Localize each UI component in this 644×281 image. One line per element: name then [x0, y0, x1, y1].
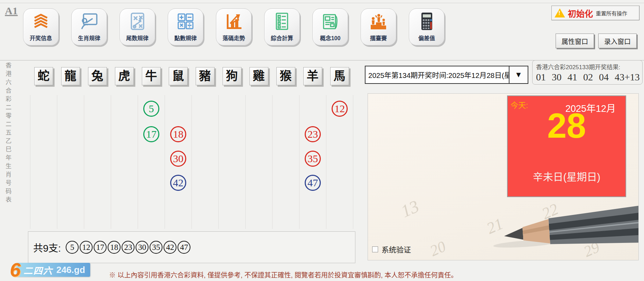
number-ball: 30 [170, 151, 186, 167]
podium-icon [368, 11, 389, 32]
dropdown-arrow-icon[interactable]: ▼ [509, 66, 528, 83]
watermark-domain: 246.gd [56, 265, 85, 275]
draw-select-dropdown[interactable]: 2025年第134期开奖时间:2025年12月28日(星期日) ▼ [365, 66, 528, 84]
summary-number: 23 [122, 241, 135, 254]
number-ball: 5 [143, 101, 159, 117]
summary-numbers: 5 12 17 18 23 30 35 42 47 [66, 241, 190, 254]
calculator-icon [416, 11, 437, 32]
toolbar-button-label: 尾数规律 [126, 34, 149, 42]
watermark-script: 二四六 [23, 264, 53, 276]
number-ball: 47 [305, 175, 321, 191]
toolbar-button-arena[interactable]: 擂臺賽 [361, 8, 396, 45]
zodiac-button-rat[interactable]: 鼠 [169, 67, 188, 85]
toolbar-button-deviation[interactable]: 偏差值 [409, 8, 444, 45]
toolbar-button-label: 偏差值 [418, 34, 435, 42]
zodiac-button-goat[interactable]: 羊 [303, 67, 322, 85]
zodiac-button-dragon[interactable]: 龍 [61, 67, 80, 85]
toolbar-button-label: 點數規律 [174, 34, 197, 42]
left-title-strip: 香港六合彩二零二五乙巳年生肖号码表 [3, 62, 12, 230]
checklist-icon [272, 11, 292, 32]
number-ball: 12 [332, 101, 348, 117]
strategy-icon [127, 11, 148, 32]
zodiac-button-rabbit[interactable]: 兔 [88, 67, 107, 85]
newspaper-icon [320, 11, 341, 32]
toolbar: 开奖信息 生肖规律 尾数规律 [0, 7, 489, 47]
toolbar-button-concept-100[interactable]: 概念100 [312, 8, 348, 45]
zodiac-button-monkey[interactable]: 猴 [276, 67, 295, 85]
bar-chart-icon [223, 11, 244, 32]
disclaimer-text: ※ 以上內容引用香港六合彩資料, 僅提供參考, 不保證其正確性, 閱覽者若用於投… [109, 270, 458, 279]
calendar-bg-number: 13 [398, 196, 422, 221]
toolbar-button-label: 落碼走勢 [223, 34, 245, 42]
today-day-info: 辛未日(星期日) [508, 169, 625, 183]
grid-column [111, 95, 138, 229]
zodiac-button-ox[interactable]: 牛 [142, 67, 161, 85]
zodiac-button-tiger[interactable]: 虎 [115, 67, 134, 85]
toolbar-button-label: 开奖信息 [30, 34, 52, 42]
books-icon [30, 11, 51, 32]
grid-column [219, 95, 246, 229]
toolbar-button-label: 生肖规律 [78, 34, 100, 42]
calendar-panel: 13 21 22 20 29 今天: 2025年12月 28 辛未日(星期日) … [368, 93, 639, 260]
toolbar-button-label: 綜合計算 [271, 34, 293, 42]
watermark-six-glyph: 6 [10, 261, 21, 279]
number-ball: 35 [305, 151, 321, 167]
draw-select-value: 2025年第134期开奖时间:2025年12月28日(星期日) [366, 70, 509, 80]
warning-icon [555, 8, 565, 17]
number-ball: 17 [143, 126, 159, 142]
zodiac-button-dog[interactable]: 狗 [223, 67, 241, 85]
number-ball: 42 [170, 175, 186, 191]
system-verify-checkbox-row[interactable]: 系统验证 [372, 244, 411, 254]
zodiac-button-pig[interactable]: 豬 [196, 67, 215, 85]
toolbar-button-draw-info[interactable]: 开奖信息 [23, 8, 59, 45]
initialize-button[interactable]: 初始化 重置所有操作 [551, 6, 639, 20]
grid-column [246, 95, 273, 229]
toolbar-button-composite-calc[interactable]: 綜合計算 [264, 8, 300, 45]
summary-number: 42 [164, 241, 176, 254]
watermark-box: 二四六 246.gd [16, 263, 90, 277]
zodiac-number-grid: 5 12 17 18 23 30 35 42 47 [30, 95, 353, 229]
checkbox-icon[interactable] [372, 246, 378, 252]
today-day: 28 [508, 108, 625, 143]
grid-column [192, 95, 219, 229]
entry-window-button[interactable]: 录入窗口 [598, 34, 637, 48]
math-icon [175, 11, 196, 32]
grid-column [57, 95, 84, 229]
toolbar-button-label: 概念100 [320, 34, 341, 42]
presenter-icon [79, 11, 100, 32]
watermark-logo: 6 二四六 246.gd [10, 260, 108, 280]
summary-number: 17 [94, 241, 107, 254]
grid-column [30, 95, 57, 229]
initialize-subtext: 重置所有操作 [596, 9, 627, 17]
app: { "window": { "corner_label": "A1" }, "t… [0, 0, 644, 281]
calendar-bg-number: 20 [427, 237, 449, 260]
toolbar-button-zodiac-rule[interactable]: 生肖规律 [71, 8, 107, 45]
toolbar-button-label: 擂臺賽 [370, 34, 387, 42]
result-numbers: 01 30 41 02 04 43+13 [536, 72, 639, 83]
summary-number: 18 [108, 241, 121, 254]
properties-window-button[interactable]: 属性窗口 [556, 34, 594, 48]
today-box: 今天: 2025年12月 28 辛未日(星期日) [507, 95, 626, 197]
summary-bar: 共9支: 5 12 17 18 23 30 35 42 47 [28, 231, 355, 263]
window-top-border [0, 3, 644, 3]
number-ball: 18 [170, 126, 186, 142]
grid-column [273, 95, 299, 229]
result-title: 香港六合彩2025133期开奖结果: [536, 62, 639, 71]
initialize-label: 初始化 [568, 7, 593, 19]
summary-number: 35 [150, 241, 162, 254]
toolbar-button-points-rule[interactable]: 點數規律 [168, 8, 203, 45]
result-panel: 香港六合彩2025133期开奖结果: 01 30 41 02 04 43+13 [532, 60, 643, 85]
zodiac-button-rooster[interactable]: 雞 [249, 67, 268, 85]
summary-number: 12 [80, 241, 93, 254]
zodiac-row: 蛇 龍 兔 虎 牛 鼠 豬 狗 雞 猴 羊 馬 [30, 67, 353, 86]
system-verify-label: 系统验证 [382, 244, 411, 254]
pencil-image [482, 193, 639, 256]
number-ball: 23 [305, 126, 321, 142]
zodiac-button-horse[interactable]: 馬 [330, 67, 349, 85]
zodiac-button-snake[interactable]: 蛇 [34, 67, 53, 85]
summary-prefix: 共9支: [33, 240, 61, 254]
toolbar-button-tail-rule[interactable]: 尾数规律 [120, 8, 155, 45]
summary-number: 5 [66, 241, 79, 254]
grid-column [84, 95, 111, 229]
toolbar-button-trend[interactable]: 落碼走勢 [216, 8, 252, 45]
